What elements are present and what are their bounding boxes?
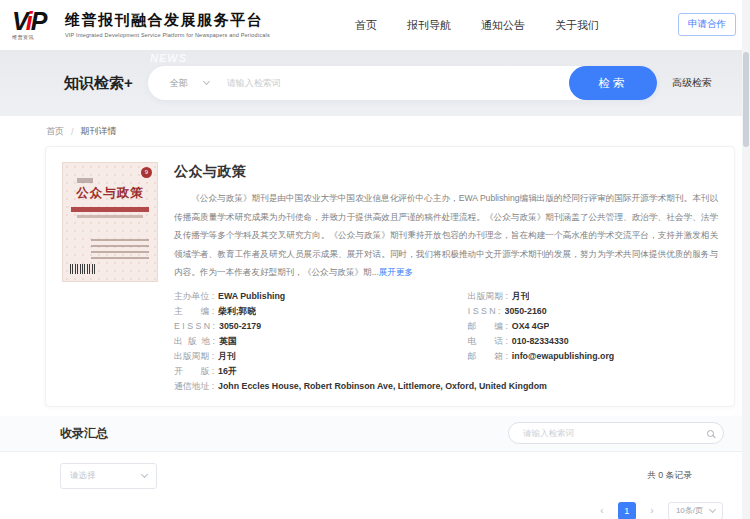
field-eissn: E I S S N :3050-2179 xyxy=(174,319,468,334)
knowledge-search-label: 知识检索+ xyxy=(64,74,133,93)
breadcrumb-current: 期刊详情 xyxy=(81,125,117,138)
pagination-page-1[interactable]: 1 xyxy=(618,502,636,519)
page-size-value: 10条/页 xyxy=(676,505,703,516)
cover-masthead: 公众与政策 xyxy=(63,185,157,202)
fields-left-column: 主办单位 :EWA Publishing 主 编 :柴利;郭晓 E I S S … xyxy=(174,289,468,379)
journal-detail-card: 9 公众与政策 公众与政策 《公众与政策》期刊是由中国农业大学中国农业信息化评价… xyxy=(45,146,735,407)
field-format: 开 版 :16开 xyxy=(174,364,468,379)
fields-right-column: 出版周期 :月刊 I S S N :3050-2160 邮 编 :OX4 4GP… xyxy=(468,289,718,379)
field-chief-editor: 主 编 :柴利;郭晓 xyxy=(174,304,468,319)
collection-search-input[interactable] xyxy=(521,427,707,439)
breadcrumb: 首页 / 期刊详情 xyxy=(0,116,750,146)
journal-info: 公众与政策 《公众与政策》期刊是由中国农业大学中国农业信息化评价中心主办，EWA… xyxy=(174,162,718,394)
pagination: ‹ 1 › 10条/页 xyxy=(593,502,723,519)
field-publish-place: 出 版 地 :英国 xyxy=(174,334,468,349)
nav-item-about-us[interactable]: 关于我们 xyxy=(555,18,599,33)
field-phone: 电 话 :010-82334330 xyxy=(468,334,718,349)
news-watermark: NEWS xyxy=(150,52,187,64)
total-records-text: 共 0 条记录 xyxy=(647,470,692,482)
pagination-prev-button[interactable]: ‹ xyxy=(593,502,611,519)
pagination-next-button[interactable]: › xyxy=(643,502,661,519)
search-input[interactable] xyxy=(225,77,569,89)
search-banner: NEWS 知识检索+ 全部 检索 高级检索 xyxy=(0,50,750,116)
field-mailing-address: 通信地址 :John Eccles House, Robert Robinson… xyxy=(174,379,718,394)
advanced-search-link[interactable]: 高级检索 xyxy=(672,76,712,90)
collection-search-box xyxy=(508,422,724,444)
vip-logo-icon: ViP 维普资讯 xyxy=(12,9,58,41)
logo-letter-p: P xyxy=(31,7,46,35)
chevron-down-icon xyxy=(141,470,148,477)
barcode-icon xyxy=(70,264,96,274)
cover-band-decoration xyxy=(71,207,149,212)
journal-cover-image: 9 公众与政策 xyxy=(62,162,158,282)
collection-header: 收录汇总 xyxy=(0,416,750,452)
cover-article-list-decoration xyxy=(91,239,149,263)
logo-letter-v: V xyxy=(12,7,26,35)
site-title: 维普报刊融合发展服务平台 xyxy=(65,11,270,30)
cover-tag-decoration xyxy=(77,178,93,183)
page-size-select[interactable]: 10条/页 xyxy=(668,502,723,519)
field-issn: I S S N :3050-2160 xyxy=(468,304,718,319)
journal-description: 《公众与政策》期刊是由中国农业大学中国农业信息化评价中心主办，EWA Publi… xyxy=(174,189,718,282)
header: ViP 维普资讯 维普报刊融合发展服务平台 VIP Integrated Dev… xyxy=(0,0,750,50)
breadcrumb-separator: / xyxy=(71,127,74,137)
collection-body: 请选择 共 0 条记录 ‹ 1 › 10条/页 xyxy=(0,452,750,519)
field-publish-cycle: 出版周期 :月刊 xyxy=(174,349,468,364)
search-bar: 全部 检索 xyxy=(148,66,657,100)
field-sponsor: 主办单位 :EWA Publishing xyxy=(174,289,468,304)
search-category-select[interactable]: 全部 xyxy=(148,77,225,90)
cover-subline-decoration xyxy=(77,215,143,218)
journal-fields: 主办单位 :EWA Publishing 主 编 :柴利;郭晓 E I S S … xyxy=(174,289,718,394)
journal-description-text: 《公众与政策》期刊是由中国农业大学中国农业信息化评价中心主办，EWA Publi… xyxy=(174,193,718,277)
collection-section: 收录汇总 请选择 共 0 条记录 ‹ 1 › 10条/页 xyxy=(0,416,750,519)
filter-select-value: 请选择 xyxy=(70,470,96,482)
search-button[interactable]: 检索 xyxy=(569,66,657,100)
cover-issue-badge: 9 xyxy=(141,167,152,178)
expand-more-link[interactable]: 展开更多 xyxy=(379,267,413,277)
journal-title: 公众与政策 xyxy=(174,163,718,181)
site-logo[interactable]: ViP 维普资讯 维普报刊融合发展服务平台 VIP Integrated Dev… xyxy=(12,9,270,41)
scrollbar-thumb[interactable] xyxy=(743,52,749,147)
nav-item-notices[interactable]: 通知公告 xyxy=(481,18,525,33)
field-email: 邮 箱 :info@ewapublishing.org xyxy=(468,349,718,364)
field-publish-cycle-right: 出版周期 :月刊 xyxy=(468,289,718,304)
site-subtitle: VIP Integrated Development Service Platf… xyxy=(65,32,270,38)
breadcrumb-home[interactable]: 首页 xyxy=(46,125,64,138)
filter-select[interactable]: 请选择 xyxy=(60,463,157,489)
nav-item-home[interactable]: 首页 xyxy=(355,18,377,33)
chevron-down-icon xyxy=(203,78,210,85)
logo-text: 维普报刊融合发展服务平台 VIP Integrated Development … xyxy=(65,11,270,38)
apply-cooperation-button[interactable]: 申请合作 xyxy=(678,13,736,36)
search-icon[interactable] xyxy=(707,430,714,437)
nav-item-periodical-navigation[interactable]: 报刊导航 xyxy=(407,18,451,33)
vertical-scrollbar[interactable] xyxy=(742,0,750,519)
collection-title: 收录汇总 xyxy=(60,425,108,442)
search-category-value: 全部 xyxy=(170,77,188,90)
main-nav: 首页 报刊导航 通知公告 关于我们 xyxy=(355,18,599,33)
chevron-down-icon xyxy=(709,505,716,512)
field-postcode: 邮 编 :OX4 4GP xyxy=(468,319,718,334)
